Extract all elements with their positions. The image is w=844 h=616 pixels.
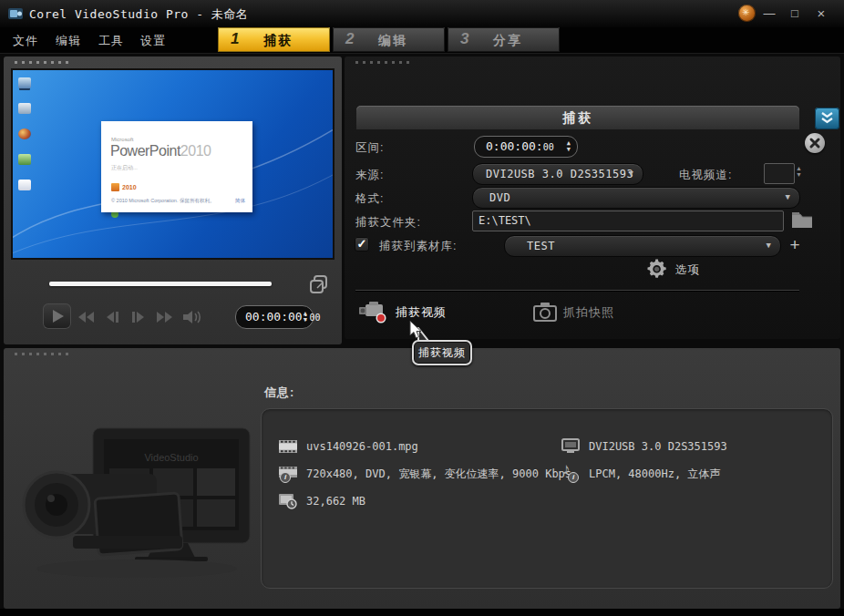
- tab-edit[interactable]: 2 编辑: [333, 27, 445, 52]
- splash-copyright: © 2010 Microsoft Corporation. 保留所有权利。: [111, 198, 214, 204]
- film-strip-icon: [278, 439, 298, 454]
- timecode-stepper[interactable]: ▲▼: [304, 311, 307, 323]
- menu-tools[interactable]: 工具: [98, 33, 124, 49]
- duration-stepper[interactable]: ▲▼: [567, 140, 571, 152]
- desktop-icon-app: [18, 154, 31, 165]
- capture-to-library-label: 捕获到素材库:: [379, 239, 457, 254]
- desktop-icon-browser: [18, 128, 31, 139]
- capture-to-library-checkbox[interactable]: ✓: [355, 237, 369, 252]
- info-box: uvs140926-001.mpg i 720x480, DVD, 宽银幕, 变…: [261, 408, 833, 589]
- desktop-icon-document: [18, 180, 31, 190]
- tv-channel-input[interactable]: [764, 163, 795, 184]
- divider: [355, 290, 799, 291]
- preview-timecode[interactable]: 00:00:00:00 ▲▼: [235, 305, 314, 329]
- menu-file[interactable]: 文件: [13, 33, 38, 49]
- info-item-file-size: 32,662 MB: [278, 491, 365, 511]
- gear-icon: [645, 257, 670, 282]
- add-library-folder-button[interactable]: +: [785, 236, 805, 254]
- preview-panel: Microsoft PowerPoint2010 正在启动... 2010 © …: [4, 56, 342, 344]
- office-logo-icon: [111, 183, 119, 191]
- close-window-button[interactable]: ×: [812, 5, 830, 23]
- mouse-cursor: [409, 321, 423, 340]
- play-button[interactable]: [43, 303, 71, 329]
- previous-frame-button[interactable]: [102, 308, 124, 326]
- maximize-button[interactable]: □: [786, 5, 804, 23]
- playback-scrubber[interactable]: [49, 282, 272, 286]
- duration-spinner[interactable]: 0:00:00:00 ▲▼: [474, 136, 578, 158]
- splash-locale: 简体: [235, 198, 245, 204]
- tv-channel-stepper[interactable]: ▲▼: [796, 166, 802, 178]
- panel-drag-handle[interactable]: [15, 353, 71, 355]
- info-badge-icon: i: [280, 472, 291, 483]
- next-frame-button[interactable]: [128, 308, 149, 326]
- splash-product: PowerPoint2010: [110, 143, 211, 159]
- menu-edit[interactable]: 编辑: [56, 33, 81, 49]
- capture-video-button[interactable]: 捕获视频: [357, 297, 503, 328]
- tab-capture-number: 1: [231, 30, 239, 48]
- tab-share-label: 分享: [493, 33, 522, 49]
- camera-icon: [532, 301, 558, 324]
- preview-screen: Microsoft PowerPoint2010 正在启动... 2010 © …: [11, 68, 335, 260]
- tab-capture-label: 捕获: [263, 33, 293, 49]
- info-item-audio-format: ♪ i LPCM, 48000Hz, 立体声: [561, 464, 720, 484]
- desktop-icon-computer: [18, 77, 31, 88]
- minimize-button[interactable]: —: [760, 5, 778, 23]
- powerpoint-splash-window: Microsoft PowerPoint2010 正在启动... 2010 © …: [101, 121, 252, 212]
- format-dropdown[interactable]: DVD ▼: [472, 187, 800, 209]
- app-icon: [7, 5, 24, 22]
- desktop-icon-recycle-bin: [18, 103, 31, 114]
- camcorder-record-icon: [357, 299, 390, 326]
- info-item-video-format: i 720x480, DVD, 宽银幕, 变化位速率, 9000 Kbps: [278, 464, 571, 484]
- fast-forward-button[interactable]: [153, 308, 175, 326]
- splash-brand: Microsoft: [111, 137, 133, 142]
- title-bar: Corel VideoStudio Pro - 未命名 ✳ — □ ×: [0, 0, 844, 27]
- snapshot-button[interactable]: 抓拍快照: [532, 297, 669, 328]
- close-icon: [805, 133, 825, 153]
- panel-drag-handle[interactable]: [15, 61, 71, 64]
- options-label: 选项: [675, 262, 700, 278]
- application-window: Corel VideoStudio Pro - 未命名 ✳ — □ × 文件 编…: [0, 0, 844, 616]
- capture-folder-label: 捕获文件夹:: [355, 215, 421, 231]
- tab-edit-number: 2: [345, 30, 354, 48]
- collapse-panel-button[interactable]: [815, 108, 839, 129]
- tab-edit-label: 编辑: [378, 33, 407, 49]
- double-chevron-down-icon: [815, 108, 839, 129]
- source-dropdown[interactable]: DVI2USB 3.0 D2S351593 ▼: [472, 163, 643, 185]
- chevron-down-icon: ▼: [786, 192, 790, 201]
- svg-text:VideoStudio: VideoStudio: [144, 452, 198, 463]
- tab-share[interactable]: 3 分享: [448, 27, 560, 52]
- volume-button[interactable]: [180, 308, 206, 326]
- check-icon: ✓: [357, 237, 367, 251]
- capture-video-label: 捕获视频: [396, 304, 447, 321]
- tab-share-number: 3: [460, 30, 468, 48]
- window-title: Corel VideoStudio Pro - 未命名: [29, 6, 248, 23]
- splash-loading-text: 正在启动...: [111, 164, 138, 172]
- options-button[interactable]: 选项: [645, 257, 746, 282]
- capture-header-tab[interactable]: 捕获: [356, 106, 799, 129]
- enlarge-preview-icon[interactable]: [308, 273, 330, 295]
- snapshot-label: 抓拍快照: [563, 304, 614, 321]
- format-label: 格式:: [355, 191, 384, 207]
- corel-guide-button[interactable]: ✳: [738, 5, 756, 22]
- window-bottom-edge: [0, 609, 844, 616]
- chevron-down-icon: ▼: [629, 169, 633, 178]
- capture-device-icon: [561, 438, 581, 455]
- rewind-button[interactable]: [76, 308, 98, 326]
- splash-logo-text: 2010: [122, 184, 137, 190]
- info-title: 信息:: [264, 385, 294, 401]
- panel-drag-handle[interactable]: [355, 61, 412, 64]
- info-item-filename: uvs140926-001.mpg: [278, 436, 418, 457]
- duration-label: 区间:: [355, 140, 384, 156]
- menu-settings[interactable]: 设置: [140, 33, 166, 49]
- source-label: 来源:: [355, 168, 384, 183]
- browse-folder-button[interactable]: [789, 208, 815, 231]
- info-badge-icon: i: [568, 472, 579, 483]
- library-folder-dropdown[interactable]: TEST ▼: [504, 235, 781, 257]
- tab-capture[interactable]: 1 捕获: [218, 27, 330, 52]
- tooltip-capture-video: 捕获视频: [412, 340, 472, 365]
- info-item-device: DVI2USB 3.0 D2S351593: [561, 436, 727, 457]
- capture-folder-input[interactable]: E:\TEST\: [472, 210, 784, 231]
- close-panel-button[interactable]: [805, 133, 825, 153]
- camcorder-tv-illustration: VideoStudio: [9, 408, 259, 603]
- captured-desktop: Microsoft PowerPoint2010 正在启动... 2010 © …: [13, 70, 333, 258]
